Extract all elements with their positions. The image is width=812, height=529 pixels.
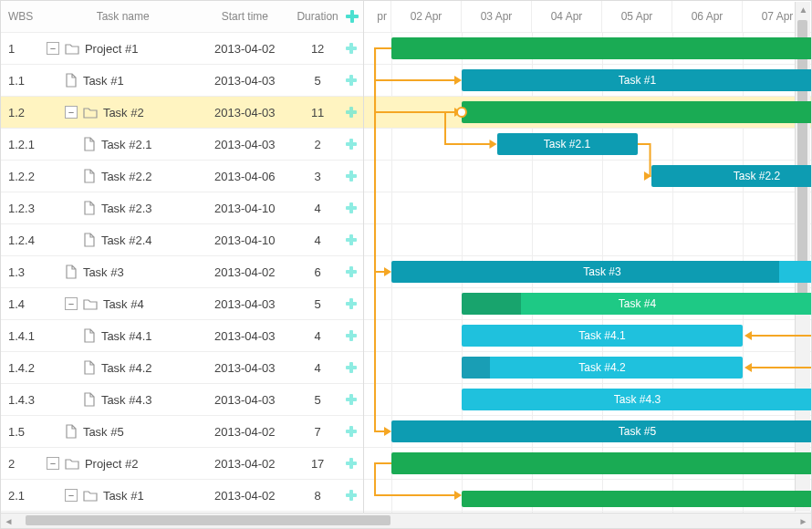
wbs-cell: 1.2.3	[1, 202, 47, 215]
folder-icon	[65, 42, 79, 55]
grid-row[interactable]: 1.5Task #52013-04-027	[1, 416, 363, 448]
add-task-button[interactable]	[345, 457, 363, 470]
grid-row[interactable]: 1.2.4Task #2.42013-04-104	[1, 224, 363, 256]
add-task-button[interactable]	[345, 233, 363, 246]
add-task-button[interactable]	[345, 74, 363, 87]
scroll-right-button[interactable]: ►	[796, 513, 811, 529]
svg-rect-17	[346, 270, 357, 274]
project-bar[interactable]: Task #4	[462, 293, 811, 315]
h-scroll-thumb[interactable]	[26, 515, 390, 525]
col-header-duration[interactable]: Duration	[290, 10, 345, 23]
add-task-button[interactable]	[345, 170, 363, 182]
grid-row[interactable]: 1.2.2Task #2.22013-04-063	[1, 161, 363, 192]
grid-row[interactable]: 1.2−Task #22013-04-0311	[1, 97, 363, 129]
col-header-start[interactable]: Start time	[199, 10, 290, 23]
duration-cell: 5	[290, 297, 345, 311]
svg-rect-1	[346, 15, 359, 18]
add-task-button[interactable]	[345, 425, 363, 438]
bar-label: Task #4.2	[462, 361, 743, 374]
grid-row[interactable]: 1.1Task #12013-04-035	[1, 65, 363, 97]
scroll-up-button[interactable]: ▲	[796, 2, 811, 17]
add-task-button[interactable]	[345, 329, 363, 342]
wbs-cell: 1.1	[1, 74, 47, 88]
task-bar[interactable]: Task #4.2	[462, 357, 743, 379]
folder-icon	[83, 489, 98, 502]
grid-row[interactable]: 1.2.1Task #2.12013-04-032	[1, 129, 363, 161]
task-name: Task #2.1	[101, 138, 152, 151]
add-task-button[interactable]	[345, 202, 363, 214]
grid-row[interactable]: 1.4.1Task #4.12013-04-034	[1, 320, 363, 352]
task-bar[interactable]: Task #4.1	[462, 325, 743, 347]
add-task-button[interactable]	[345, 361, 363, 374]
bar-label: Task #5	[391, 425, 811, 438]
file-icon	[65, 73, 78, 88]
add-column-button[interactable]	[345, 9, 363, 24]
task-bar[interactable]: Task #2.1	[497, 133, 638, 155]
svg-rect-27	[346, 430, 357, 433]
add-task-button[interactable]	[345, 106, 363, 119]
start-cell: 2013-04-10	[199, 233, 290, 247]
scroll-left-button[interactable]: ◄	[1, 513, 16, 529]
task-bar[interactable]: Task #1	[462, 69, 811, 91]
add-task-button[interactable]	[345, 297, 363, 310]
wbs-cell: 1.2	[1, 106, 47, 119]
project-bar[interactable]: Task #1	[462, 491, 811, 507]
collapse-toggle[interactable]: −	[47, 457, 59, 470]
task-bar[interactable]: Task #4.3	[462, 389, 811, 410]
project-bar[interactable]: Project #1	[391, 37, 811, 59]
task-name: Project #1	[85, 42, 139, 56]
bar-label: Task #4.1	[462, 329, 743, 342]
h-scroll-track[interactable]	[16, 513, 796, 528]
add-task-button[interactable]	[345, 138, 363, 150]
horizontal-scrollbar[interactable]: ◄ ►	[1, 513, 811, 528]
wbs-cell: 1.4.2	[1, 361, 47, 375]
grid-row[interactable]: 1.4.3Task #4.32013-04-035	[1, 384, 363, 416]
file-icon	[83, 137, 96, 151]
grid-row[interactable]: 1.3Task #32013-04-026	[1, 256, 363, 288]
collapse-toggle[interactable]: −	[47, 42, 59, 55]
timeline-row[interactable]	[364, 192, 811, 224]
task-bar[interactable]: Task #5	[391, 420, 811, 442]
grid-row[interactable]: 1.2.3Task #2.32013-04-104	[1, 192, 363, 224]
wbs-cell: 1.5	[1, 425, 47, 439]
collapse-toggle[interactable]: −	[65, 489, 78, 502]
wbs-cell: 1	[1, 42, 47, 56]
duration-cell: 8	[290, 489, 345, 503]
svg-rect-7	[346, 110, 357, 114]
add-task-button[interactable]	[345, 265, 363, 278]
timeline: pr02 Apr03 Apr04 Apr05 Apr06 Apr07 Apr0 …	[364, 1, 811, 513]
task-name: Task #3	[83, 265, 124, 279]
task-bar[interactable]: Task #2.2	[651, 165, 811, 187]
wbs-cell: 1.4.1	[1, 329, 47, 343]
grid-row[interactable]: 1−Project #12013-04-0212	[1, 33, 363, 65]
project-bar[interactable]	[391, 452, 811, 474]
start-cell: 2013-04-03	[199, 74, 290, 88]
collapse-toggle[interactable]: −	[65, 106, 78, 119]
link-start-marker[interactable]	[457, 108, 466, 117]
grid-row[interactable]: 2.1−Task #12013-04-028	[1, 480, 363, 512]
svg-rect-15	[346, 238, 357, 242]
wbs-cell: 1.4.3	[1, 393, 47, 407]
svg-rect-9	[346, 142, 357, 146]
col-header-wbs[interactable]: WBS	[1, 10, 47, 23]
add-task-button[interactable]	[345, 393, 363, 406]
col-header-name[interactable]: Task name	[47, 10, 200, 23]
start-cell: 2013-04-02	[199, 265, 290, 279]
collapse-toggle[interactable]: −	[65, 297, 78, 310]
start-cell: 2013-04-02	[199, 425, 290, 439]
timeline-day-header: 05 Apr	[602, 1, 672, 32]
grid-row[interactable]: 1.4.2Task #4.22013-04-034	[1, 352, 363, 384]
v-scroll-thumb[interactable]	[797, 20, 807, 294]
add-task-button[interactable]	[345, 489, 363, 502]
grid-row[interactable]: 2−Project #22013-04-0217	[1, 448, 363, 480]
file-icon	[65, 424, 78, 439]
svg-rect-19	[346, 302, 357, 306]
timeline-row[interactable]	[364, 224, 811, 256]
timeline-header: pr02 Apr03 Apr04 Apr05 Apr06 Apr07 Apr0	[364, 1, 811, 33]
task-bar[interactable]: Task #3	[391, 261, 811, 283]
project-bar[interactable]	[462, 101, 811, 123]
file-icon	[83, 392, 96, 407]
timeline-body[interactable]: Project #1Task #1Task #2.1Task #2.2Task …	[364, 33, 811, 513]
grid-row[interactable]: 1.4−Task #42013-04-035	[1, 288, 363, 320]
add-task-button[interactable]	[345, 42, 363, 55]
